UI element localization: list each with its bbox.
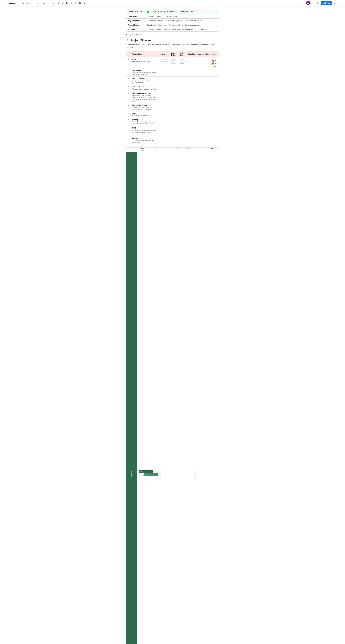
status-cell[interactable] bbox=[210, 136, 219, 144]
task-cell[interactable]: Design ReviewReview first draft of desig… bbox=[131, 85, 159, 91]
info-value[interactable]: ✓Add your project goals, objectives, and… bbox=[145, 9, 219, 14]
publish-button[interactable]: Publish bbox=[321, 1, 332, 5]
info-value[interactable]: Type '@' to mention stakeholders who sho… bbox=[145, 27, 219, 32]
owner-cell[interactable] bbox=[159, 126, 170, 136]
bullet-list-button[interactable]: •— bbox=[48, 1, 52, 5]
start-date-cell[interactable]: Type // to enter a date bbox=[170, 57, 178, 68]
status-cell[interactable]: ON TRACKOFF TRACKNOT START... bbox=[210, 57, 219, 68]
dependencies-cell[interactable] bbox=[196, 85, 210, 91]
info-value[interactable]: Type '@' to mention key people involved bbox=[145, 14, 219, 18]
task-cell[interactable]: BuildBuild the product/service/feature bbox=[131, 112, 159, 118]
task-cell[interactable]: LaunchPress outreach and events to build… bbox=[131, 136, 159, 144]
end-date-cell[interactable] bbox=[178, 85, 187, 91]
checkbox-button[interactable]: ☑ bbox=[57, 1, 61, 5]
duration-cell[interactable] bbox=[187, 103, 196, 112]
italic-button[interactable]: I bbox=[26, 1, 29, 5]
more-format-button[interactable]: ··· bbox=[30, 1, 34, 5]
status-cell[interactable] bbox=[210, 126, 219, 136]
start-date-cell[interactable] bbox=[170, 103, 178, 112]
project-resources-row[interactable]: ▶ Project Resources bbox=[126, 34, 219, 36]
owner-cell[interactable] bbox=[159, 103, 170, 112]
owner-cell[interactable] bbox=[159, 68, 170, 77]
end-date-cell[interactable] bbox=[178, 103, 187, 112]
overflow-menu-button[interactable]: ··· bbox=[339, 1, 343, 5]
task-cell[interactable]: GTMCreate a marketing/sales plan for how… bbox=[131, 126, 159, 136]
duration-cell[interactable] bbox=[187, 57, 196, 68]
end-date-cell[interactable]: Type // to enter a date bbox=[178, 57, 187, 68]
info-value[interactable]: Describe or link to where you're trackin… bbox=[145, 18, 219, 23]
status-cell[interactable] bbox=[210, 103, 219, 112]
add-collaborator-button[interactable]: + bbox=[311, 1, 315, 5]
dependencies-cell[interactable] bbox=[196, 112, 210, 118]
status-cell[interactable] bbox=[210, 91, 219, 103]
heading-selector[interactable]: Heading 2 ▼ bbox=[7, 2, 19, 5]
duration-cell[interactable] bbox=[187, 112, 196, 118]
dependencies-cell[interactable] bbox=[196, 136, 210, 144]
end-date-cell[interactable] bbox=[178, 91, 187, 103]
start-date-cell[interactable] bbox=[170, 91, 178, 103]
owner-cell[interactable] bbox=[159, 118, 170, 126]
close-button[interactable]: Close bbox=[332, 1, 339, 5]
dependencies-cell[interactable] bbox=[196, 77, 210, 85]
lock-button[interactable]: 🔒 bbox=[315, 1, 319, 5]
plus-button[interactable]: + bbox=[87, 1, 91, 5]
status-cell[interactable] bbox=[210, 118, 219, 126]
owner-cell[interactable] bbox=[159, 85, 170, 91]
start-date-cell[interactable] bbox=[170, 136, 178, 144]
text-color-button[interactable]: A bbox=[42, 1, 46, 5]
status-cell[interactable] bbox=[210, 85, 219, 91]
duration-cell[interactable] bbox=[187, 136, 196, 144]
dependencies-cell[interactable] bbox=[196, 103, 210, 112]
end-date-cell[interactable] bbox=[178, 118, 187, 126]
status-cell[interactable] bbox=[210, 77, 219, 85]
task-cell[interactable]: User ResearchIdentify the problem and wh… bbox=[131, 68, 159, 77]
at-mention-button[interactable]: @ bbox=[70, 1, 74, 5]
owner-cell[interactable] bbox=[159, 112, 170, 118]
dependencies-cell[interactable] bbox=[196, 57, 210, 68]
duration-cell[interactable] bbox=[187, 118, 196, 126]
duration-cell[interactable] bbox=[187, 126, 196, 136]
duration-cell[interactable] bbox=[187, 68, 196, 77]
info-table: Goal & Objective✓Add your project goals,… bbox=[126, 9, 219, 32]
end-date-cell[interactable] bbox=[178, 68, 187, 77]
task-cell[interactable]: TASKExample descriptions below bbox=[131, 57, 159, 68]
end-date-cell[interactable] bbox=[178, 112, 187, 118]
task-cell[interactable]: Risks and DependenciesIdentify where you… bbox=[131, 91, 159, 103]
start-date-cell[interactable] bbox=[170, 112, 178, 118]
dependencies-cell[interactable] bbox=[196, 118, 210, 126]
task-cell[interactable]: Design PrototypeDesign a few options on … bbox=[131, 77, 159, 85]
start-date-cell[interactable] bbox=[170, 77, 178, 85]
numbered-list-button[interactable]: 1— bbox=[53, 1, 56, 5]
user-avatar[interactable]: CK bbox=[306, 1, 310, 6]
start-date-cell[interactable] bbox=[170, 126, 178, 136]
emoji-button[interactable]: ☺ bbox=[74, 1, 78, 5]
owner-cell[interactable] bbox=[159, 136, 170, 144]
owner-cell[interactable] bbox=[159, 77, 170, 85]
status-cell[interactable] bbox=[210, 68, 219, 77]
dependencies-cell[interactable] bbox=[196, 68, 210, 77]
link-button[interactable] bbox=[61, 1, 65, 5]
end-date-cell[interactable] bbox=[178, 77, 187, 85]
dependencies-cell[interactable] bbox=[196, 91, 210, 103]
image-button[interactable] bbox=[65, 1, 69, 5]
task-cell[interactable]: TestingConduct user testing to validate … bbox=[131, 118, 159, 126]
status-cell[interactable] bbox=[210, 112, 219, 118]
duration-cell[interactable] bbox=[187, 77, 196, 85]
task-cell[interactable]: Stakeholder ReviewGet alignment and buy-… bbox=[131, 103, 159, 112]
bold-button[interactable]: B bbox=[21, 1, 25, 5]
owner-cell[interactable]: Type '@' to mention the Owner bbox=[159, 57, 170, 68]
align-button[interactable]: ≡ bbox=[36, 1, 40, 5]
dependencies-cell[interactable] bbox=[196, 126, 210, 136]
start-date-cell[interactable] bbox=[170, 118, 178, 126]
duration-cell[interactable] bbox=[187, 85, 196, 91]
chart-button[interactable] bbox=[83, 1, 86, 5]
info-value[interactable]: Describe or link to where you're trackin… bbox=[145, 23, 219, 27]
start-date-cell[interactable] bbox=[170, 68, 178, 77]
end-date-cell[interactable] bbox=[178, 136, 187, 144]
table-row: 8TestingConduct user testing to validate… bbox=[126, 118, 219, 126]
owner-cell[interactable] bbox=[159, 91, 170, 103]
table-button[interactable] bbox=[78, 1, 82, 5]
start-date-cell[interactable] bbox=[170, 85, 178, 91]
end-date-cell[interactable] bbox=[178, 126, 187, 136]
duration-cell[interactable] bbox=[187, 91, 196, 103]
